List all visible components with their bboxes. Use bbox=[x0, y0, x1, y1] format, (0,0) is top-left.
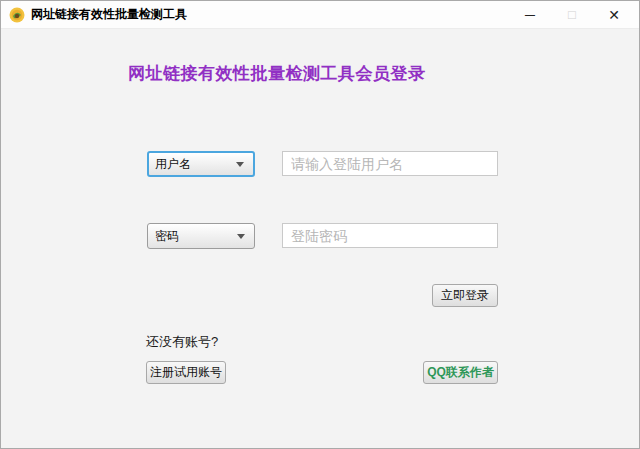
close-icon[interactable]: ✕ bbox=[599, 3, 629, 27]
password-type-dropdown[interactable]: 密码 bbox=[147, 223, 255, 249]
app-window: 网址链接有效性批量检测工具 ─ □ ✕ 网址链接有效性批量检测工具会员登录 用户… bbox=[0, 0, 640, 449]
username-type-dropdown[interactable]: 用户名 bbox=[147, 151, 255, 177]
login-form: 网址链接有效性批量检测工具会员登录 用户名 密码 立即登录 还没有账号? 注册试… bbox=[1, 29, 639, 449]
register-trial-button[interactable]: 注册试用账号 bbox=[146, 361, 226, 384]
title-bar: 网址链接有效性批量检测工具 ─ □ ✕ bbox=[1, 1, 639, 29]
qq-contact-author-button[interactable]: QQ联系作者 bbox=[423, 361, 498, 384]
no-account-text: 还没有账号? bbox=[146, 333, 218, 351]
maximize-icon[interactable]: □ bbox=[557, 3, 587, 27]
app-logo-icon bbox=[9, 7, 25, 23]
minimize-icon[interactable]: ─ bbox=[515, 3, 545, 27]
password-input[interactable] bbox=[282, 223, 498, 248]
password-dropdown-value: 密码 bbox=[155, 228, 179, 245]
chevron-down-icon bbox=[236, 162, 244, 167]
window-controls: ─ □ ✕ bbox=[515, 3, 629, 27]
page-title: 网址链接有效性批量检测工具会员登录 bbox=[128, 62, 426, 85]
login-button[interactable]: 立即登录 bbox=[432, 284, 498, 307]
chevron-down-icon bbox=[237, 234, 245, 239]
username-dropdown-value: 用户名 bbox=[155, 156, 191, 173]
window-title: 网址链接有效性批量检测工具 bbox=[31, 6, 187, 23]
username-input[interactable] bbox=[282, 151, 498, 176]
